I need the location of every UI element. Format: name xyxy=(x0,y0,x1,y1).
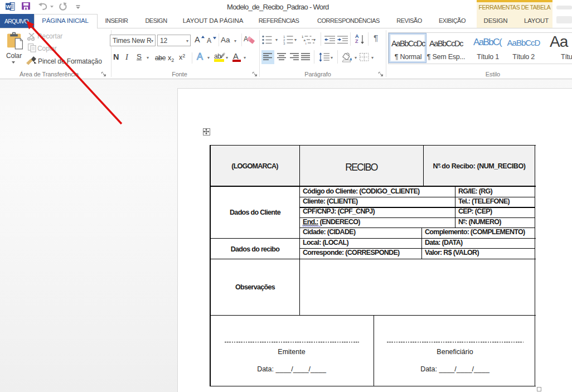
svg-text:3: 3 xyxy=(283,42,285,45)
svg-text:i: i xyxy=(306,42,306,45)
